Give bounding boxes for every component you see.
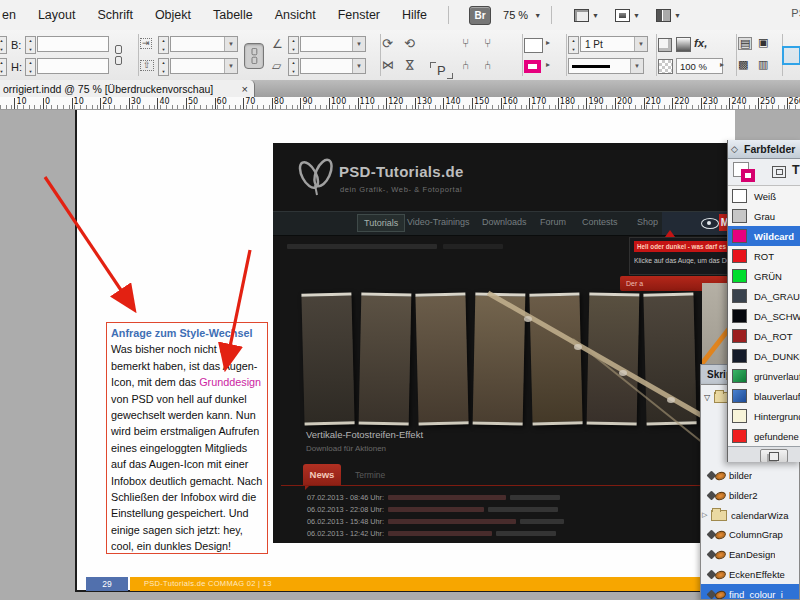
wrap-jump-icon[interactable]: ▥ [758, 59, 768, 70]
scale-x-select[interactable]: ▼ [170, 36, 238, 52]
close-icon[interactable]: × [242, 83, 248, 95]
zoom-level-dropdown[interactable]: 75 % ▼ [503, 9, 541, 21]
chevron-right-icon[interactable]: ▸ [546, 61, 550, 69]
stroke-color-swatch[interactable] [524, 60, 541, 73]
stepper[interactable]: ▲▼ [0, 58, 7, 76]
stroke-style-select[interactable]: ▼ [568, 58, 644, 74]
swatch-row[interactable]: Weiß [728, 186, 800, 206]
expander-closed-icon[interactable]: ▷ [702, 511, 709, 519]
new-swatch-button[interactable] [760, 449, 788, 462]
wrap-none-icon[interactable]: ▤ [738, 37, 752, 50]
site-nav-downloads[interactable]: Downloads [482, 217, 527, 227]
site-nav-shop[interactable]: Shop [637, 217, 658, 227]
swatch-row[interactable]: ROT [728, 246, 800, 266]
menu-item-fenster[interactable]: Fenster [338, 8, 380, 22]
swatch-row[interactable]: grünverlauf [728, 366, 800, 386]
flip-vertical-icon[interactable]: ⋈ [404, 59, 416, 71]
news-row[interactable]: 06.02.2013 - 22:08 Uhr: [307, 505, 558, 514]
news-row[interactable]: 07.02.2013 - 08:46 Uhr: [307, 493, 560, 502]
swatch-row[interactable]: GRÜN [728, 266, 800, 286]
shear-select[interactable]: ▼ [300, 36, 366, 52]
swatch-row[interactable]: Grau [728, 206, 800, 226]
script-item[interactable]: EckenEffekte [701, 565, 799, 585]
collapse-panel-icon[interactable]: ◇ [731, 140, 738, 158]
workspace-label-partial[interactable]: PS [791, 7, 800, 19]
corner-options-icon[interactable] [658, 38, 672, 52]
placed-screenshot-image[interactable]: PSD-Tutorials.de dein Grafik-, Web- & Fo… [273, 143, 732, 543]
select-previous-icon[interactable]: ⑂ [484, 37, 491, 49]
select-next-icon[interactable]: ⑂ [484, 59, 491, 71]
news-row[interactable]: 06.02.2013 - 12:42 Uhr: [307, 529, 556, 538]
scale-x-stepper[interactable]: ▲▼ [158, 36, 169, 54]
menu-item-layout[interactable]: Layout [38, 8, 76, 22]
select-child-icon[interactable]: ⑂ [462, 59, 469, 71]
constrain-proportions-icon[interactable] [114, 45, 122, 65]
news-row[interactable]: 06.02.2013 - 15:48 Uhr: [307, 517, 564, 526]
menu-item-objekt[interactable]: Objekt [155, 8, 191, 22]
script-item[interactable]: bilder [701, 466, 799, 486]
menu-item-schrift[interactable]: Schrift [97, 8, 132, 22]
wrap-bounding-box-icon[interactable]: ▣ [758, 37, 768, 48]
skew-stepper[interactable]: ▲▼ [288, 58, 299, 76]
transparency-icon[interactable] [658, 59, 673, 74]
site-nav-video-trainings[interactable]: Video-Trainings [407, 217, 470, 227]
stepper[interactable]: ▲▼ [0, 36, 7, 54]
site-nav-contests[interactable]: Contests [582, 217, 618, 227]
formatting-affects-container-icon[interactable] [772, 166, 786, 178]
menu-item-ansicht[interactable]: Ansicht [275, 8, 316, 22]
screen-mode-button[interactable]: ▼ [615, 9, 640, 22]
swatch-row[interactable]: DA_GRAU [728, 286, 800, 306]
arrange-windows-button[interactable]: ▼ [656, 9, 681, 22]
termine-tab[interactable]: Termine [355, 470, 385, 480]
site-nav-tutorials[interactable]: Tutorials [357, 214, 405, 232]
site-nav-forum[interactable]: Forum [540, 217, 566, 227]
menu-item-en[interactable]: en [2, 8, 16, 22]
gradient-icon[interactable] [676, 37, 691, 52]
stroke-proxy-swatch[interactable] [741, 169, 755, 182]
horizontal-ruler[interactable]: 1001020304050607080901001101201301401501… [0, 97, 800, 110]
wrap-object-icon[interactable]: ▩ [738, 59, 748, 70]
view-options-button[interactable]: ▼ [574, 9, 599, 22]
script-item[interactable]: find_colour_i [701, 584, 799, 600]
formatting-affects-text-icon[interactable]: T [792, 163, 800, 177]
height-input[interactable] [37, 58, 109, 74]
skew-select[interactable]: ▼ [300, 58, 366, 74]
stroke-weight-stepper[interactable]: ▲▼ [568, 36, 579, 54]
document-canvas[interactable]: PSD-Tutorials.de dein Grafik-, Web- & Fo… [0, 110, 800, 600]
expander-open-icon[interactable]: ▽ [704, 393, 710, 402]
fill-color-swatch[interactable] [524, 38, 543, 53]
swatches-panel-header[interactable]: ◇ Farbfelder [728, 140, 800, 159]
frame-edges-icon[interactable] [782, 46, 800, 65]
scale-y-select[interactable]: ▼ [170, 58, 238, 74]
stroke-weight-select[interactable]: 1 Pt ▼ [580, 36, 648, 52]
menu-item-tabelle[interactable]: Tabelle [213, 8, 253, 22]
rotate-cw-icon[interactable]: ⟳ [382, 37, 393, 50]
swatch-row[interactable]: Hintergrundg [728, 406, 800, 426]
height-stepper[interactable]: ▲▼ [25, 58, 36, 76]
rotate-ccw-icon[interactable]: ⟲ [404, 37, 415, 50]
eye-icon[interactable] [701, 218, 719, 229]
bridge-button[interactable]: Br [469, 6, 491, 25]
script-item[interactable]: ▷calendarWiza [701, 505, 799, 525]
swatch-row[interactable]: blauverlauf [728, 386, 800, 406]
swatch-row[interactable]: DA_DUNKE [728, 346, 800, 366]
select-parent-icon[interactable]: ⑂ [462, 37, 469, 49]
width-input[interactable] [37, 36, 109, 52]
chevron-right-icon[interactable]: ▸ [546, 39, 550, 47]
document-tab[interactable]: orrigiert.indd @ 75 % [Überdruckenvorsch… [0, 80, 255, 97]
swatch-row[interactable]: DA_ROT [728, 326, 800, 346]
link-scale-button[interactable] [244, 43, 264, 69]
swatch-row[interactable]: gefundene F [728, 426, 800, 446]
menu-item-hilfe[interactable]: Hilfe [402, 8, 427, 22]
opacity-select[interactable]: 100 % [676, 58, 723, 74]
news-tab[interactable]: News [303, 464, 341, 485]
script-item[interactable]: ColumnGrap [701, 525, 799, 545]
swatch-row[interactable]: DA_SCHWA [728, 306, 800, 326]
swatch-row[interactable]: Wildcard [728, 226, 800, 246]
shear-stepper[interactable]: ▲▼ [288, 36, 299, 54]
annotation-text-frame[interactable]: Anfrage zum Style-Wechsel Was bisher noc… [106, 322, 268, 554]
width-stepper[interactable]: ▲▼ [25, 36, 36, 54]
scale-y-stepper[interactable]: ▲▼ [158, 58, 169, 76]
effects-button[interactable]: fx, [694, 37, 707, 49]
script-item[interactable]: bilder2 [701, 486, 799, 506]
